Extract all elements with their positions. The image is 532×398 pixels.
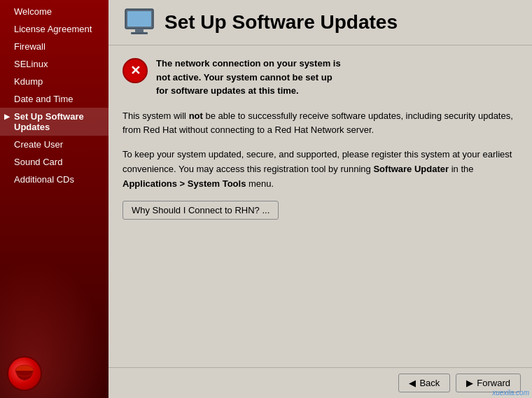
sidebar-item-software-updates[interactable]: Set Up Software Updates: [0, 108, 108, 136]
back-icon: ◀: [409, 378, 416, 388]
main-panel: Set Up Software Updates The network conn…: [108, 0, 532, 398]
sidebar-label-kdump: Kdump: [14, 76, 43, 87]
sidebar-nav: Welcome License Agreement Firewall SELin…: [0, 0, 108, 188]
rhn-button-area: Why Should I Connect to RHN? ...: [122, 201, 518, 220]
page-title: Set Up Software Updates: [164, 11, 398, 34]
svg-rect-3: [127, 11, 151, 27]
sidebar-item-license[interactable]: License Agreement: [0, 20, 108, 38]
forward-icon: ▶: [466, 378, 473, 388]
sidebar-label-sound-card: Sound Card: [14, 157, 62, 167]
computer-icon: [122, 8, 156, 37]
svg-rect-4: [135, 29, 144, 32]
sidebar-label-additional-cds: Additional CDs: [14, 174, 74, 185]
software-updater-bold: Software Updater: [373, 164, 449, 174]
watermark: xuexila.com: [492, 389, 529, 397]
redhat-logo: [7, 356, 42, 391]
sidebar-item-sound-card[interactable]: Sound Card: [0, 153, 108, 171]
sidebar-item-datetime[interactable]: Date and Time: [0, 90, 108, 108]
sidebar-label-software-updates: Set Up Software Updates: [14, 111, 84, 132]
not-bold: not: [189, 111, 203, 121]
info-para-1: This system will not be able to successf…: [122, 109, 518, 138]
sidebar-item-selinux[interactable]: SELinux: [0, 55, 108, 73]
svg-rect-5: [131, 32, 148, 34]
sidebar-label-create-user: Create User: [14, 139, 63, 150]
page-footer: ◀ Back ▶ Forward xuexila.com: [108, 367, 532, 398]
main-content: The network connection on your system is…: [108, 45, 532, 367]
sidebar-label-welcome: Welcome: [14, 6, 52, 17]
warning-line1: The network connection on your system is…: [156, 58, 341, 96]
page-header: Set Up Software Updates: [108, 0, 532, 45]
sidebar-label-selinux: SELinux: [14, 59, 48, 69]
rhn-button[interactable]: Why Should I Connect to RHN? ...: [122, 201, 279, 220]
info-para-2: To keep your system updated, secure, and…: [122, 148, 518, 191]
sidebar-item-welcome[interactable]: Welcome: [0, 3, 108, 20]
sidebar: Welcome License Agreement Firewall SELin…: [0, 0, 108, 398]
warning-box: The network connection on your system is…: [122, 57, 518, 98]
back-button[interactable]: ◀ Back: [398, 374, 450, 392]
app-menu-bold: Applications > System Tools: [122, 178, 246, 189]
monitor-icon-container: [122, 8, 156, 36]
back-label: Back: [419, 378, 440, 388]
sidebar-item-kdump[interactable]: Kdump: [0, 73, 108, 90]
sidebar-item-additional-cds[interactable]: Additional CDs: [0, 171, 108, 188]
forward-label: Forward: [477, 378, 510, 388]
sidebar-label-firewall: Firewall: [14, 41, 46, 52]
sidebar-label-license: License Agreement: [14, 24, 92, 34]
sidebar-label-datetime: Date and Time: [14, 94, 74, 104]
warning-text: The network connection on your system is…: [156, 57, 341, 98]
sidebar-item-create-user[interactable]: Create User: [0, 136, 108, 153]
error-icon: [122, 58, 148, 83]
sidebar-item-firewall[interactable]: Firewall: [0, 38, 108, 55]
